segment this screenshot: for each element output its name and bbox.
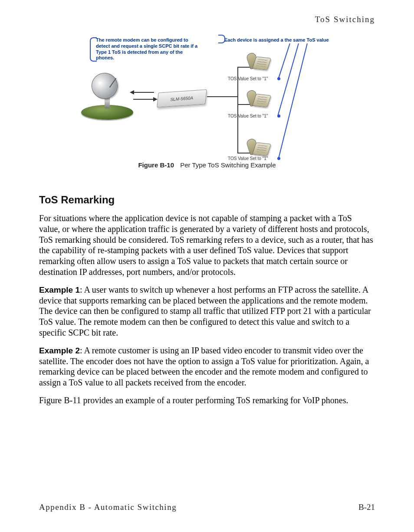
phone-3-icon [254, 143, 269, 155]
example-1-label: Example 1 [39, 285, 80, 294]
tos-label-3: TOS Value Set to "1" [228, 156, 268, 161]
paragraph-intro: For situations where the application dev… [39, 213, 375, 277]
arrow-left-icon [130, 90, 134, 95]
figure-caption-label: Figure B-10 [138, 161, 174, 169]
arrow-modem-dish [133, 99, 154, 100]
figure-b10: The remote modem can be configured to de… [81, 36, 333, 169]
diagram-left-note: The remote modem can be configured to de… [96, 37, 199, 61]
arrow-right-icon [153, 97, 158, 101]
running-header: ToS Switching [39, 15, 375, 24]
paragraph-example-2: Example 2: A remote customer is using an… [39, 345, 375, 388]
page-footer: Appendix B - Automatic Switching B-21 [39, 503, 375, 512]
tos-label-1: TOS Value Set to "1" [228, 76, 268, 81]
modem-icon: SLM-5650A [157, 89, 207, 108]
line-to-phone2 [237, 104, 250, 105]
note-line-1 [278, 43, 290, 79]
satellite-dish-icon [89, 70, 120, 101]
note-line-2 [278, 43, 299, 115]
arrow-dish-modem [133, 92, 154, 93]
left-bracket-icon [90, 37, 97, 62]
line-modem-phones [207, 96, 238, 97]
footer-left: Appendix B - Automatic Switching [39, 503, 177, 512]
diagram: The remote modem can be configured to de… [81, 36, 333, 158]
diagram-right-note: Each device is assigned a the same ToS v… [224, 37, 329, 42]
figure-caption-text: Per Type ToS Switching Example [180, 161, 276, 169]
phone-2-icon [254, 95, 269, 107]
tos-label-2: TOS Value Set to "1" [228, 114, 268, 118]
example-2-text: : A remote customer is using an IP based… [39, 346, 369, 387]
paragraph-final: Figure B-11 provides an example of a rou… [39, 395, 375, 406]
example-2-label: Example 2 [39, 346, 80, 355]
figure-caption: Figure B-10 Per Type ToS Switching Examp… [81, 161, 333, 169]
phone-1-icon [254, 57, 269, 69]
example-1-text: : A user wants to switch up whenever a h… [39, 285, 371, 337]
footer-page-number: B-21 [358, 503, 375, 512]
line-to-phone3 [237, 153, 250, 153]
modem-label: SLM-5650A [170, 95, 194, 102]
right-bracket-icon [218, 35, 225, 43]
paragraph-example-1: Example 1: A user wants to switch up whe… [39, 284, 375, 338]
section-heading-tos-remarking: ToS Remarking [39, 194, 375, 206]
line-to-phone1 [237, 67, 250, 68]
